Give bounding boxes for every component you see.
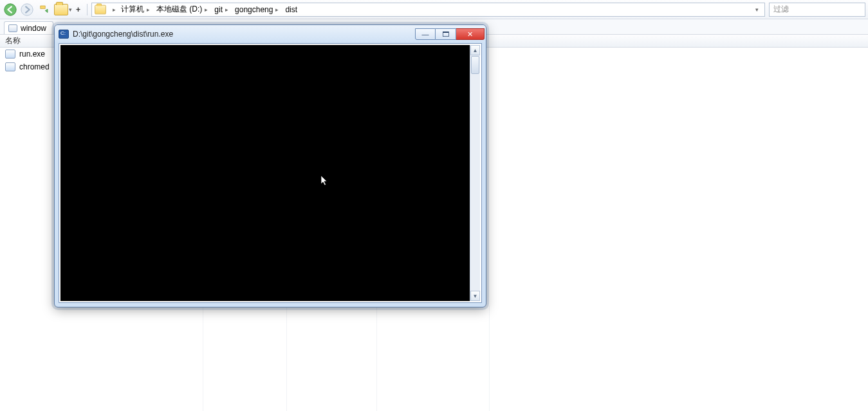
close-button[interactable]: ✕ bbox=[456, 28, 485, 40]
column-separators bbox=[0, 306, 868, 411]
svg-point-1 bbox=[21, 3, 33, 15]
file-name: run.exe bbox=[19, 50, 45, 59]
window-buttons: — 🗖 ✕ bbox=[415, 28, 485, 40]
scroll-track[interactable] bbox=[470, 75, 480, 291]
explorer-nav-bar: ▾ + ▸ 计算机 ▸ 本地磁盘 (D:) ▸ git ▸ gongcheng … bbox=[0, 0, 868, 19]
console-output[interactable] bbox=[60, 45, 470, 301]
back-arrow-icon bbox=[3, 3, 17, 17]
svg-point-0 bbox=[5, 3, 16, 15]
up-folder-group: ▾ bbox=[54, 4, 72, 15]
exe-icon bbox=[5, 50, 15, 59]
breadcrumb-label: 计算机 bbox=[121, 4, 144, 15]
maximize-button[interactable]: 🗖 bbox=[436, 28, 456, 40]
folder-icon[interactable] bbox=[54, 4, 68, 15]
filter-placeholder: 过滤 bbox=[773, 4, 789, 15]
column-header-name[interactable]: 名称 bbox=[5, 35, 21, 46]
maximize-icon: 🗖 bbox=[442, 30, 449, 38]
exe-icon bbox=[5, 62, 15, 71]
recent-icon bbox=[38, 4, 50, 15]
tab-label: window bbox=[21, 24, 46, 33]
close-icon: ✕ bbox=[467, 30, 473, 39]
console-window[interactable]: D:\git\gongcheng\dist\run.exe — 🗖 ✕ ▲ ▼ bbox=[54, 24, 486, 307]
breadcrumb-item-git[interactable]: git ▸ bbox=[212, 3, 232, 16]
breadcrumb-item-gongcheng[interactable]: gongcheng ▸ bbox=[232, 3, 282, 16]
scroll-thumb[interactable] bbox=[471, 56, 479, 74]
console-frame: ▲ ▼ bbox=[59, 43, 482, 303]
minimize-button[interactable]: — bbox=[415, 28, 436, 40]
forward-button[interactable] bbox=[19, 2, 35, 17]
vertical-scrollbar[interactable]: ▲ ▼ bbox=[470, 45, 480, 301]
breadcrumb-dropdown-button[interactable]: ▾ bbox=[753, 6, 763, 13]
breadcrumb-item-dist[interactable]: dist bbox=[282, 3, 301, 16]
filter-input[interactable]: 过滤 bbox=[769, 3, 865, 17]
breadcrumb-label: 本地磁盘 (D:) bbox=[156, 4, 202, 15]
tab-window[interactable]: window bbox=[4, 21, 53, 34]
command-prompt-icon bbox=[59, 30, 69, 39]
breadcrumb-bar[interactable]: ▸ 计算机 ▸ 本地磁盘 (D:) ▸ git ▸ gongcheng ▸ di… bbox=[91, 3, 765, 17]
add-tab-button[interactable]: + bbox=[73, 5, 83, 14]
breadcrumb-folder-icon bbox=[95, 5, 106, 14]
file-name: chromed bbox=[19, 62, 50, 71]
breadcrumb-item-drive-d[interactable]: 本地磁盘 (D:) ▸ bbox=[154, 3, 212, 16]
scroll-up-button[interactable]: ▲ bbox=[470, 45, 480, 55]
back-button[interactable] bbox=[3, 2, 18, 17]
breadcrumb-label: dist bbox=[285, 5, 297, 14]
separator bbox=[87, 4, 88, 15]
breadcrumb-label: git bbox=[214, 5, 223, 14]
console-title: D:\git\gongcheng\dist\run.exe bbox=[73, 30, 411, 39]
scroll-down-button[interactable]: ▼ bbox=[470, 291, 480, 301]
console-titlebar[interactable]: D:\git\gongcheng\dist\run.exe — 🗖 ✕ bbox=[55, 25, 486, 43]
breadcrumb-item-computer[interactable]: 计算机 ▸ bbox=[118, 3, 154, 16]
forward-arrow-icon bbox=[20, 3, 34, 17]
minimize-icon: — bbox=[422, 30, 429, 38]
recent-button[interactable] bbox=[36, 2, 51, 17]
breadcrumb-label: gongcheng bbox=[235, 5, 273, 14]
mouse-cursor-icon bbox=[320, 175, 328, 187]
drive-icon bbox=[8, 24, 17, 32]
